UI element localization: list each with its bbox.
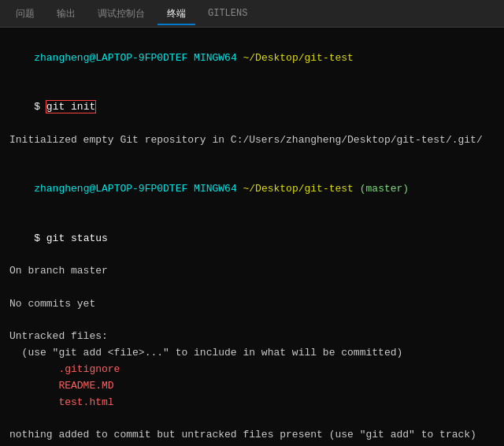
tab-output[interactable]: 输出 (47, 2, 85, 25)
output-gitignore: .gitignore (9, 362, 495, 378)
output-branch: On branch master (9, 263, 495, 280)
tab-debug-console[interactable]: 调试控制台 (88, 2, 154, 25)
tab-gitlens[interactable]: GITLENS (198, 3, 257, 24)
tab-terminal[interactable]: 终端 (158, 2, 195, 25)
terminal-body[interactable]: zhangheng@LAPTOP-9FP0DTEF MINGW64 ~/Desk… (0, 28, 504, 446)
output-init: Initialized empty Git repository in C:/U… (9, 132, 495, 149)
output-untracked-header: Untracked files: (9, 329, 495, 345)
prompt-line-1: zhangheng@LAPTOP-9FP0DTEF MINGW64 ~/Desk… (9, 34, 495, 83)
output-testhtml: test.html (9, 395, 495, 411)
tab-bar: 问题 输出 调试控制台 终端 GITLENS (0, 0, 504, 28)
empty-2 (9, 280, 495, 296)
empty-4 (9, 411, 495, 427)
output-untracked-hint: (use "git add <file>..." to include in w… (9, 345, 495, 362)
empty-1 (9, 149, 495, 165)
command-line-2: $ git status (9, 214, 495, 263)
empty-3 (9, 313, 495, 329)
prompt-line-2: zhangheng@LAPTOP-9FP0DTEF MINGW64 ~/Desk… (9, 165, 495, 214)
output-nothing-added: nothing added to commit but untracked fi… (9, 427, 495, 444)
output-no-commits: No commits yet (9, 296, 495, 313)
tab-issues[interactable]: 问题 (6, 2, 44, 25)
git-init-command: git init (46, 101, 95, 113)
output-readme: README.MD (9, 378, 495, 395)
command-line-1: $ git init (9, 83, 495, 132)
